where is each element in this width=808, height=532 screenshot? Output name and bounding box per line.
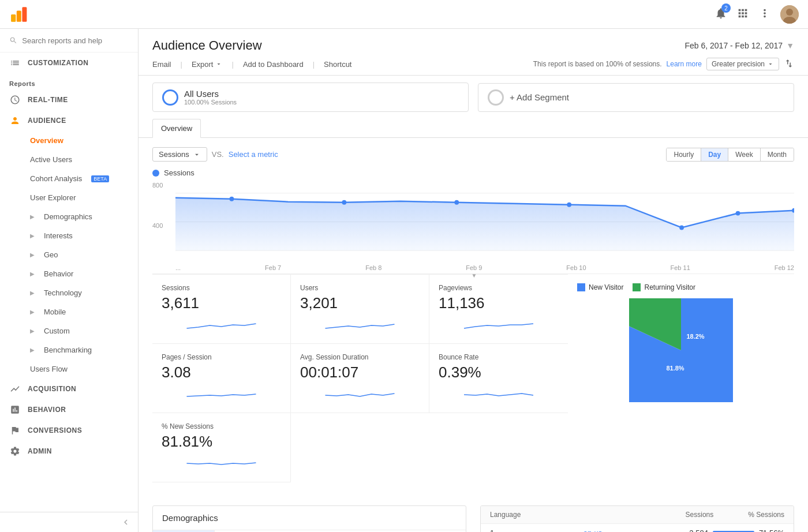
chart-x-labels: ... Feb 7 Feb 8 Feb 9 ▼ Feb 10 Feb 11 Fe… — [175, 262, 794, 274]
sidebar-customization: CUSTOMIZATION — [0, 53, 138, 73]
behavior-label: Behavior — [44, 269, 73, 278]
sidebar-item-mobile[interactable]: ▶ Mobile — [0, 302, 138, 321]
hourly-btn[interactable]: Hourly — [667, 148, 701, 161]
sidebar-item-technology[interactable]: ▶ Technology — [0, 283, 138, 302]
add-segment-pill[interactable]: + Add Segment — [478, 83, 794, 112]
pie-chart-area: New Visitor Returning Visitor — [568, 274, 794, 482]
users-value: 3,201 — [300, 294, 420, 312]
x-label-feb9: Feb 9 ▼ — [466, 264, 482, 271]
search-input[interactable] — [22, 36, 129, 45]
sidebar-item-customization[interactable]: CUSTOMIZATION — [0, 53, 138, 73]
sidebar-item-interests[interactable]: ▶ Interests — [0, 226, 138, 245]
content-header: Audience Overview Feb 6, 2017 - Feb 12, … — [139, 29, 808, 53]
users-flow-label: Users Flow — [30, 365, 68, 373]
avg-session-sparkline — [300, 386, 420, 403]
sidebar-item-admin[interactable]: ADMIN — [0, 441, 138, 462]
geo-label: Geo — [44, 250, 58, 259]
pages-session-value: 3.08 — [162, 364, 281, 381]
sidebar-item-custom[interactable]: ▶ Custom — [0, 321, 138, 340]
x-label-feb12: Feb 12 — [775, 264, 794, 271]
custom-label: Custom — [44, 327, 70, 335]
add-dashboard-button[interactable]: Add to Dashboard — [243, 60, 304, 69]
pie-legend: New Visitor Returning Visitor — [577, 283, 695, 291]
new-sessions-sparkline — [162, 455, 281, 473]
date-range-picker[interactable]: Feb 6, 2017 - Feb 12, 2017 ▼ — [684, 41, 794, 50]
learn-more-link[interactable]: Learn more — [667, 60, 702, 68]
tab-bar: Overview — [139, 119, 808, 138]
lang-en-us[interactable]: en-us — [583, 529, 603, 532]
metric-avg-session: Avg. Session Duration 00:01:07 — [291, 344, 429, 413]
sidebar-item-behavior[interactable]: ▶ Behavior — [0, 264, 138, 283]
export-arrow-icon — [215, 61, 222, 68]
sidebar-item-audience[interactable]: AUDIENCE — [0, 110, 138, 131]
metric-pages-session: Pages / Session 3.08 — [152, 344, 291, 413]
tab-overview[interactable]: Overview — [152, 119, 201, 138]
bounce-rate-sparkline — [439, 386, 559, 403]
export-button[interactable]: Export — [192, 60, 223, 69]
bounce-rate-label: Bounce Rate — [439, 353, 559, 361]
page-title: Audience Overview — [152, 38, 262, 53]
precision-dropdown[interactable]: Greater precision — [706, 58, 779, 70]
sidebar-item-geo[interactable]: ▶ Geo — [0, 245, 138, 264]
ga-logo-icon — [9, 5, 28, 24]
more-icon[interactable] — [758, 7, 771, 21]
sessions-col-header: Sessions — [686, 511, 714, 519]
day-btn[interactable]: Day — [701, 148, 728, 161]
x-label-dots: ... — [175, 264, 181, 271]
add-segment-label: + Add Segment — [510, 92, 569, 102]
pageviews-value: 11,136 — [439, 294, 559, 312]
sidebar-collapse-btn[interactable] — [0, 512, 138, 532]
svg-point-12 — [454, 200, 459, 205]
week-btn[interactable]: Week — [728, 148, 760, 161]
language-table: Language Sessions % Sessions 1. en-us 2,… — [480, 505, 794, 532]
sessions-sparkline — [162, 317, 281, 334]
sidebar-item-user-explorer[interactable]: User Explorer — [0, 188, 138, 207]
x-label-feb10: Feb 10 — [566, 264, 586, 271]
metric-sessions: Sessions 3,611 — [152, 275, 291, 344]
technology-arrow-icon: ▶ — [30, 290, 35, 296]
toolbar-right: This report is based on 100% of sessions… — [533, 58, 794, 70]
search-container[interactable] — [0, 29, 138, 53]
y-label-800: 800 — [152, 182, 175, 189]
shortcut-button[interactable]: Shortcut — [324, 60, 351, 69]
email-button[interactable]: Email — [152, 60, 171, 69]
svg-rect-2 — [22, 7, 27, 22]
active-users-label: Active Users — [30, 155, 72, 164]
select-metric-link[interactable]: Select a metric — [229, 150, 278, 159]
apps-icon[interactable] — [736, 7, 749, 21]
avatar[interactable] — [780, 5, 799, 24]
metric-dropdown-arrow-icon — [193, 151, 201, 159]
month-btn[interactable]: Month — [760, 148, 794, 161]
pages-session-sparkline — [162, 386, 281, 403]
sidebar-item-behavior-nav[interactable]: BEHAVIOR — [0, 399, 138, 420]
x-label-feb11: Feb 11 — [671, 264, 690, 271]
sidebar-item-acquisition[interactable]: ACQUISITION — [0, 379, 138, 399]
svg-rect-1 — [17, 10, 21, 21]
svg-point-13 — [567, 203, 571, 207]
sidebar-item-conversions[interactable]: CONVERSIONS — [0, 420, 138, 441]
sidebar-item-demographics[interactable]: ▶ Demographics — [0, 207, 138, 226]
new-visitor-label: New Visitor — [589, 283, 623, 291]
sessions-label: Sessions — [162, 284, 281, 292]
chart-type-icon[interactable] — [784, 58, 794, 70]
users-label: Users — [300, 284, 420, 292]
new-visitor-color — [577, 283, 585, 291]
sidebar-item-users-flow[interactable]: Users Flow — [0, 359, 138, 379]
sidebar-item-benchmarking[interactable]: ▶ Benchmarking — [0, 340, 138, 359]
returning-visitor-label: Returning Visitor — [644, 283, 695, 291]
topbar: 2 — [0, 0, 808, 29]
all-users-segment[interactable]: All Users 100.00% Sessions — [152, 83, 469, 112]
metric-dropdown[interactable]: Sessions — [152, 147, 207, 162]
sidebar-item-cohort[interactable]: Cohort Analysis BETA — [0, 169, 138, 188]
overview-label: Overview — [30, 136, 63, 145]
metric-users: Users 3,201 — [291, 275, 429, 344]
sidebar-item-realtime[interactable]: REAL-TIME — [0, 89, 138, 110]
svg-point-14 — [679, 225, 684, 230]
chart-controls: Sessions VS. Select a metric Hourly Day … — [152, 147, 794, 162]
sidebar-item-active-users[interactable]: Active Users — [0, 150, 138, 169]
realtime-icon — [9, 95, 21, 105]
segment-info: All Users 100.00% Sessions — [184, 89, 237, 106]
notification-icon[interactable]: 2 — [715, 7, 727, 21]
sidebar-item-overview[interactable]: Overview — [0, 131, 138, 150]
returning-visitor-color — [633, 283, 641, 291]
